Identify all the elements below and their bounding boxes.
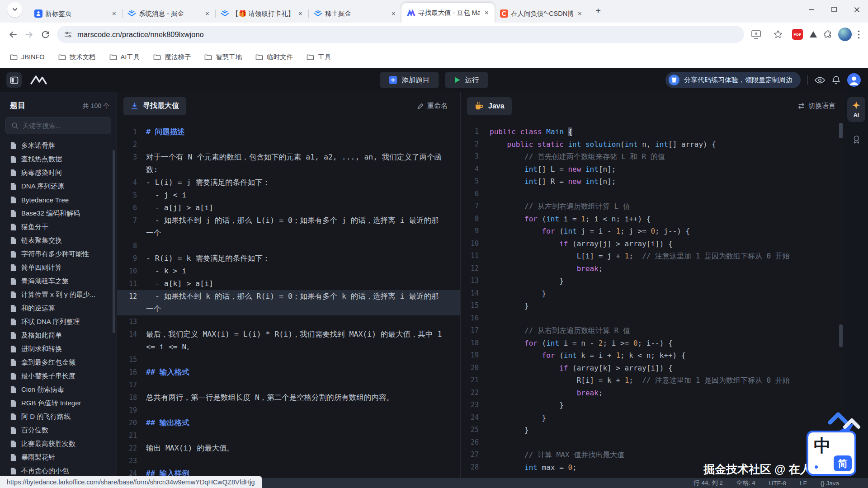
back-button[interactable]: [5, 26, 21, 42]
problem-description-editor[interactable]: 1# 问题描述23对于一个有 N 个元素的数组，包含如下的元素 a1, a2, …: [117, 120, 461, 478]
view-icon[interactable]: [815, 77, 825, 84]
share-banner[interactable]: 分享代码练习体验，领限量定制周边: [665, 72, 801, 88]
bookmark-folder[interactable]: 临时文件: [255, 53, 293, 61]
code-line[interactable]: 21 R[i] = k + 1; // 注意这里加 1 是因为数组下标从 0 开…: [461, 374, 844, 387]
code-line[interactable]: 16: [461, 312, 844, 325]
sidebar-problem-item[interactable]: 简单四则计算: [0, 261, 117, 274]
close-tab-icon[interactable]: ×: [296, 9, 305, 18]
switch-language-button[interactable]: 切换语言: [797, 102, 835, 110]
marscode-logo-icon[interactable]: [30, 75, 51, 85]
code-line[interactable]: 2 public static int solution(int n, int[…: [461, 138, 844, 151]
code-line[interactable]: 26: [461, 436, 844, 449]
sidebar-problem-item[interactable]: 最小替换子串长度: [0, 369, 117, 383]
close-tab-icon[interactable]: ×: [576, 9, 584, 18]
code-line[interactable]: 14 }: [461, 287, 844, 300]
code-line[interactable]: 7 // 从左到右遍历数组计算 L 值: [461, 200, 844, 213]
scroll-to-top-buttons[interactable]: [826, 409, 862, 431]
description-line[interactable]: 9- R(i) = k 需要满足的条件如下：: [117, 252, 460, 265]
description-line[interactable]: 1# 问题描述: [117, 126, 460, 138]
statusbar-item[interactable]: {} Java: [821, 480, 839, 487]
chevron-up-white-icon[interactable]: [842, 415, 862, 431]
forward-button[interactable]: [21, 26, 37, 42]
bookmark-page-button[interactable]: [770, 26, 786, 42]
sidebar-problem-item[interactable]: 暴雨梨花针: [0, 450, 117, 464]
code-line[interactable]: 4 int[] L = new int[n];: [461, 163, 844, 176]
description-line[interactable]: 4- L(i) = j 需要满足的条件如下：: [117, 176, 460, 189]
code-line[interactable]: 19 for (int k = i + 1; k < n; k++) {: [461, 349, 844, 362]
sidebar-problem-item[interactable]: 比赛最高获胜次数: [0, 437, 117, 450]
browser-tab[interactable]: 稀土掘金×: [308, 5, 401, 23]
sidebar-problem-item[interactable]: 查找热点数据: [0, 152, 117, 166]
code-line[interactable]: 23 }: [461, 399, 844, 412]
description-line[interactable]: 3对于一个有 N 个元素的数组，包含如下的元素 a1, a2, ..., an,…: [117, 151, 460, 176]
description-line[interactable]: 5 - j < i: [117, 189, 460, 202]
pyramid-extension-icon[interactable]: [809, 30, 818, 38]
close-tab-icon[interactable]: ×: [203, 9, 212, 18]
statusbar-item[interactable]: UTF-8: [769, 480, 786, 487]
close-tab-icon[interactable]: ×: [389, 9, 398, 18]
bookmark-folder[interactable]: AI工具: [109, 53, 140, 61]
bookmark-folder[interactable]: JBINFO: [10, 53, 45, 61]
code-line[interactable]: 27 // 计算 MAX 值并找出最大值: [461, 449, 844, 461]
code-line[interactable]: 18 for (int i = n - 2; i >= 0; i--) {: [461, 337, 844, 350]
new-tab-button[interactable]: +: [591, 4, 605, 18]
sidebar-toggle-button[interactable]: [6, 72, 22, 88]
sidebar-problem-item[interactable]: 字符串有多少种可能性: [0, 247, 117, 261]
close-tab-icon[interactable]: ×: [110, 9, 118, 18]
sidebar-problem-item[interactable]: 多米诺骨牌: [0, 139, 117, 152]
search-input[interactable]: [23, 122, 107, 129]
sidebar-problem-item[interactable]: DNA 序列还原: [0, 179, 117, 193]
code-line[interactable]: 15 }: [461, 300, 844, 312]
code-line[interactable]: 22 break;: [461, 387, 844, 399]
medal-icon[interactable]: [852, 135, 861, 144]
pdf-extension-icon[interactable]: PDF: [792, 29, 803, 40]
description-line[interactable]: 6 - a[j] > a[i]: [117, 202, 460, 214]
browser-tab[interactable]: 在人间负债^-CSDN博客×: [495, 5, 588, 23]
description-line[interactable]: 8: [117, 239, 460, 252]
code-scrollbar-segment[interactable]: [839, 324, 843, 347]
code-line[interactable]: 1public class Main {: [461, 126, 844, 138]
problem-search-box[interactable]: [5, 117, 111, 134]
tab-search-button[interactable]: [7, 2, 23, 17]
code-line[interactable]: 17 // 从右到左遍历数组计算 R 值: [461, 324, 844, 337]
install-app-button[interactable]: [748, 26, 764, 42]
ai-assistant-button[interactable]: AI: [847, 97, 865, 122]
minimize-button[interactable]: [800, 0, 823, 19]
user-avatar[interactable]: [847, 73, 861, 87]
description-line[interactable]: 14最后，我们定义 MAX(i) = L(i) * R(i)，我们需要找到 MA…: [117, 328, 460, 353]
description-line[interactable]: 7 - 如果找不到 j 的话，那么 L(i) = 0；如果有多个 j 的话，选择…: [117, 214, 460, 239]
bookmark-folder[interactable]: 魔法梯子: [153, 53, 191, 61]
statusbar-item[interactable]: 空格: 4: [736, 479, 755, 487]
close-tab-icon[interactable]: ×: [482, 9, 491, 17]
language-tab[interactable]: Java: [467, 97, 512, 115]
add-problem-button[interactable]: 添加题目: [380, 72, 439, 88]
code-line[interactable]: 13 }: [461, 275, 844, 287]
address-bar[interactable]: marscode.cn/practice/nnek809lxwjono: [57, 26, 744, 43]
statusbar-item[interactable]: 行 44, 列 2: [693, 479, 723, 487]
description-line[interactable]: 15: [117, 353, 460, 366]
browser-tab[interactable]: 【🎁 请领取打卡礼】你的×: [215, 5, 308, 23]
sidebar-problem-item[interactable]: 和的逆运算: [0, 301, 117, 315]
sidebar-problem-item[interactable]: 进制求和转换: [0, 342, 117, 356]
sidebar-problem-item[interactable]: 猫鱼分干: [0, 220, 117, 234]
sidebar-problem-item[interactable]: RGB 色值转 Integer: [0, 396, 117, 410]
sidebar-problem-item[interactable]: 病毒感染时间: [0, 166, 117, 179]
code-line[interactable]: 9 for (int j = i - 1; j >= 0; j--) {: [461, 225, 844, 238]
code-line[interactable]: 3 // 首先创建两个数组来存储 L 和 R 的值: [461, 150, 844, 163]
code-line[interactable]: 12 break;: [461, 263, 844, 275]
run-button[interactable]: 运行: [445, 72, 488, 88]
description-line[interactable]: 23: [117, 455, 460, 467]
description-line[interactable]: 2: [117, 138, 460, 151]
rename-button[interactable]: 重命名: [417, 102, 448, 110]
sidebar-problem-item[interactable]: 链表聚集交换: [0, 234, 117, 247]
description-line[interactable]: 18总共有两行，第一行是数组长度 N，第二个是空格分割的所有数组的内容。: [117, 391, 460, 404]
description-line[interactable]: 11 - a[k] > a[i]: [117, 277, 460, 290]
code-line[interactable]: 24 }: [461, 412, 844, 424]
close-window-button[interactable]: [845, 0, 868, 19]
browser-tab[interactable]: 新标签页×: [29, 5, 122, 23]
bell-icon[interactable]: [832, 75, 840, 85]
site-info-icon[interactable]: [64, 31, 72, 38]
sidebar-problem-item[interactable]: 百分位数: [0, 423, 117, 437]
bookmark-folder[interactable]: 智慧工地: [204, 53, 242, 61]
description-line[interactable]: 20## 输出格式: [117, 417, 460, 429]
